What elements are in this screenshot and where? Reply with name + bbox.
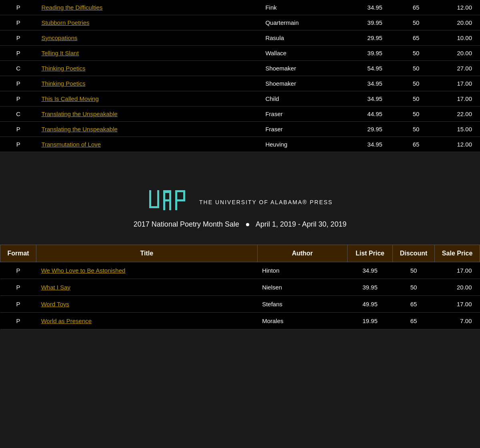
cell-sale-price: 20.00 <box>434 46 480 61</box>
title-link[interactable]: Transmutation of Love <box>41 141 101 148</box>
title-link[interactable]: Telling It Slant <box>41 50 78 56</box>
cell-format: P <box>0 76 36 91</box>
table-row: P Translating the Unspeakable Fraser 29.… <box>0 122 480 137</box>
logo-section: THE UNIVERSITY OF ALABAMA® PRESS 2017 Na… <box>0 176 480 245</box>
cell-sale-price: 22.00 <box>434 106 480 122</box>
cell-sale-price: 20.00 <box>435 279 480 296</box>
title-link[interactable]: What I Say <box>41 284 70 291</box>
title-link[interactable]: World as Presence <box>41 317 92 324</box>
table-row: P Syncopations Rasula 29.95 65 10.00 <box>0 30 480 46</box>
table-row: P Reading the Difficulties Fink 34.95 65… <box>0 0 480 15</box>
cell-discount: 65 <box>392 313 434 329</box>
cell-title[interactable]: This Is Called Moving <box>36 91 260 106</box>
cell-format: P <box>0 30 36 46</box>
table-header-row: Format Title Author List Price Discount … <box>0 245 480 262</box>
bottom-table-section: Format Title Author List Price Discount … <box>0 245 480 329</box>
cell-format: P <box>0 296 36 313</box>
top-table-section: P Reading the Difficulties Fink 34.95 65… <box>0 0 480 152</box>
title-link[interactable]: Reading the Difficulties <box>41 4 102 11</box>
table-row: P We Who Love to Be Astonished Hinton 34… <box>0 262 480 279</box>
cell-list-price: 34.95 <box>352 0 398 15</box>
title-link[interactable]: Stubborn Poetries <box>41 19 89 26</box>
cell-list-price: 29.95 <box>352 30 398 46</box>
cell-format: P <box>0 46 36 61</box>
cell-discount: 50 <box>398 61 434 76</box>
sale-year: 2017 National Poetry Month Sale <box>134 220 239 228</box>
cell-format: P <box>0 279 36 296</box>
cell-list-price: 34.95 <box>352 137 398 152</box>
cell-title[interactable]: Reading the Difficulties <box>36 0 260 15</box>
cell-author: Nielsen <box>257 279 347 296</box>
cell-format: P <box>0 313 36 329</box>
bullet-separator <box>246 223 249 226</box>
table-row: P Transmutation of Love Heuving 34.95 65… <box>0 137 480 152</box>
cell-title[interactable]: Telling It Slant <box>36 46 260 61</box>
header-discount: Discount <box>392 245 434 262</box>
header-title: Title <box>36 245 257 262</box>
cell-title[interactable]: Translating the Unspeakable <box>36 122 260 137</box>
cell-list-price: 34.95 <box>352 91 398 106</box>
header-list-price: List Price <box>348 245 393 262</box>
cell-title[interactable]: Transmutation of Love <box>36 137 260 152</box>
cell-title[interactable]: What I Say <box>36 279 257 296</box>
cell-title[interactable]: Translating the Unspeakable <box>36 106 260 122</box>
table-row: P World as Presence Morales 19.95 65 7.0… <box>0 313 480 329</box>
cell-title[interactable]: We Who Love to Be Astonished <box>36 262 257 279</box>
cell-discount: 65 <box>398 30 434 46</box>
title-link[interactable]: Word Toys <box>41 301 69 307</box>
title-link[interactable]: This Is Called Moving <box>41 95 98 102</box>
svg-rect-0 <box>149 190 151 208</box>
cell-list-price: 34.95 <box>348 262 393 279</box>
title-link[interactable]: Translating the Unspeakable <box>41 126 117 133</box>
bottom-table: Format Title Author List Price Discount … <box>0 245 480 329</box>
sale-info: 2017 National Poetry Month Sale April 1,… <box>0 220 480 229</box>
cell-format: P <box>0 262 36 279</box>
cell-list-price: 39.95 <box>352 46 398 61</box>
cell-title[interactable]: Syncopations <box>36 30 260 46</box>
cell-author: Child <box>260 91 352 106</box>
cell-author: Hinton <box>257 262 347 279</box>
cell-list-price: 49.95 <box>348 296 393 313</box>
cell-discount: 65 <box>398 0 434 15</box>
title-link[interactable]: Thinking Poetics <box>41 80 85 87</box>
cell-list-price: 19.95 <box>348 313 393 329</box>
svg-rect-6 <box>163 199 171 201</box>
cell-title[interactable]: World as Presence <box>36 313 257 329</box>
cell-title[interactable]: Thinking Poetics <box>36 61 260 76</box>
cell-discount: 50 <box>398 122 434 137</box>
cell-author: Quartermain <box>260 15 352 30</box>
cell-format: P <box>0 137 36 152</box>
header-author: Author <box>257 245 347 262</box>
cell-list-price: 44.95 <box>352 106 398 122</box>
cell-author: Fraser <box>260 122 352 137</box>
top-table: P Reading the Difficulties Fink 34.95 65… <box>0 0 480 152</box>
cell-discount: 50 <box>398 106 434 122</box>
cell-sale-price: 10.00 <box>434 30 480 46</box>
cell-author: Morales <box>257 313 347 329</box>
cell-discount: 65 <box>398 137 434 152</box>
title-link[interactable]: We Who Love to Be Astonished <box>41 267 126 274</box>
title-link[interactable]: Syncopations <box>41 34 77 41</box>
cell-author: Rasula <box>260 30 352 46</box>
cell-discount: 50 <box>398 91 434 106</box>
cell-sale-price: 17.00 <box>435 296 480 313</box>
cell-discount: 65 <box>392 296 434 313</box>
cell-author: Wallace <box>260 46 352 61</box>
cell-sale-price: 17.00 <box>434 76 480 91</box>
cell-discount: 50 <box>392 279 434 296</box>
uap-logo <box>147 188 191 216</box>
table-row: P This Is Called Moving Child 34.95 50 1… <box>0 91 480 106</box>
header-sale-price: Sale Price <box>435 245 480 262</box>
cell-list-price: 39.95 <box>352 15 398 30</box>
cell-title[interactable]: Word Toys <box>36 296 257 313</box>
title-link[interactable]: Thinking Poetics <box>41 65 85 72</box>
cell-title[interactable]: Stubborn Poetries <box>36 15 260 30</box>
cell-format: P <box>0 122 36 137</box>
cell-author: Shoemaker <box>260 61 352 76</box>
title-link[interactable]: Translating the Unspeakable <box>41 110 117 117</box>
cell-format: P <box>0 15 36 30</box>
table-row: P Word Toys Stefans 49.95 65 17.00 <box>0 296 480 313</box>
cell-title[interactable]: Thinking Poetics <box>36 76 260 91</box>
cell-discount: 50 <box>398 76 434 91</box>
table-row: C Thinking Poetics Shoemaker 54.95 50 27… <box>0 61 480 76</box>
